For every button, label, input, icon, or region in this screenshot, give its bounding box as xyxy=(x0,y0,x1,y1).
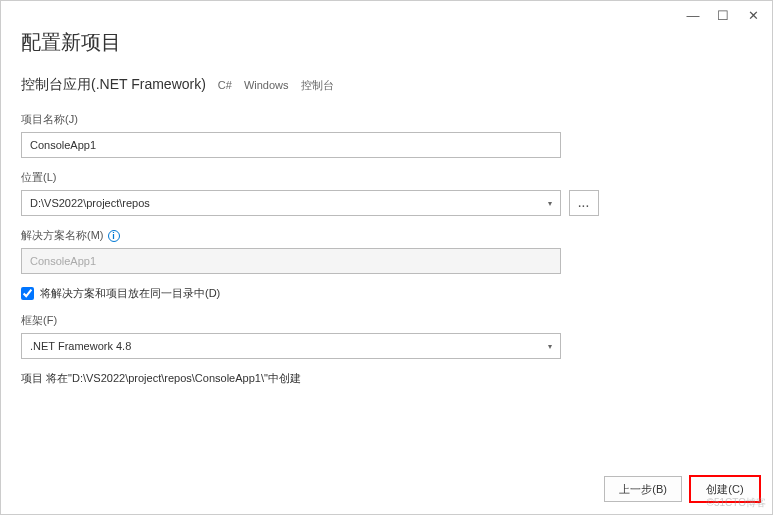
close-button[interactable]: ✕ xyxy=(738,3,768,27)
project-name-label: 项目名称(J) xyxy=(21,112,752,127)
tag-platform: Windows xyxy=(244,79,289,91)
info-icon[interactable]: i xyxy=(108,230,120,242)
project-type-label: 控制台应用(.NET Framework) xyxy=(21,76,206,94)
solution-name-input xyxy=(21,248,561,274)
titlebar: — ☐ ✕ xyxy=(1,1,772,29)
minimize-button[interactable]: — xyxy=(678,3,708,27)
same-directory-label: 将解决方案和项目放在同一目录中(D) xyxy=(40,286,220,301)
project-name-group: 项目名称(J) xyxy=(21,112,752,158)
tag-language: C# xyxy=(218,79,232,91)
framework-label: 框架(F) xyxy=(21,313,752,328)
solution-name-group: 解决方案名称(M) i xyxy=(21,228,752,274)
location-dropdown[interactable]: D:\VS2022\project\repos ▾ xyxy=(21,190,561,216)
chevron-down-icon: ▾ xyxy=(548,199,552,208)
chevron-down-icon: ▾ xyxy=(548,342,552,351)
location-label: 位置(L) xyxy=(21,170,752,185)
project-type-row: 控制台应用(.NET Framework) C# Windows 控制台 xyxy=(21,76,752,94)
same-directory-checkbox[interactable] xyxy=(21,287,34,300)
location-value: D:\VS2022\project\repos xyxy=(30,197,150,209)
maximize-button[interactable]: ☐ xyxy=(708,3,738,27)
framework-dropdown[interactable]: .NET Framework 4.8 ▾ xyxy=(21,333,561,359)
framework-group: 框架(F) .NET Framework 4.8 ▾ xyxy=(21,313,752,359)
create-button[interactable]: 创建(C) xyxy=(690,476,760,502)
location-group: 位置(L) D:\VS2022\project\repos ▾ ... xyxy=(21,170,752,216)
tag-type: 控制台 xyxy=(301,78,334,93)
back-button[interactable]: 上一步(B) xyxy=(604,476,682,502)
project-path-text: 项目 将在"D:\VS2022\project\repos\ConsoleApp… xyxy=(21,371,752,386)
page-title: 配置新项目 xyxy=(21,29,752,56)
action-bar: 上一步(B) 创建(C) xyxy=(604,476,760,502)
solution-name-label: 解决方案名称(M) i xyxy=(21,228,752,243)
framework-value: .NET Framework 4.8 xyxy=(30,340,131,352)
project-name-input[interactable] xyxy=(21,132,561,158)
browse-button[interactable]: ... xyxy=(569,190,599,216)
main-content: 配置新项目 控制台应用(.NET Framework) C# Windows 控… xyxy=(1,29,772,386)
same-directory-row: 将解决方案和项目放在同一目录中(D) xyxy=(21,286,752,301)
